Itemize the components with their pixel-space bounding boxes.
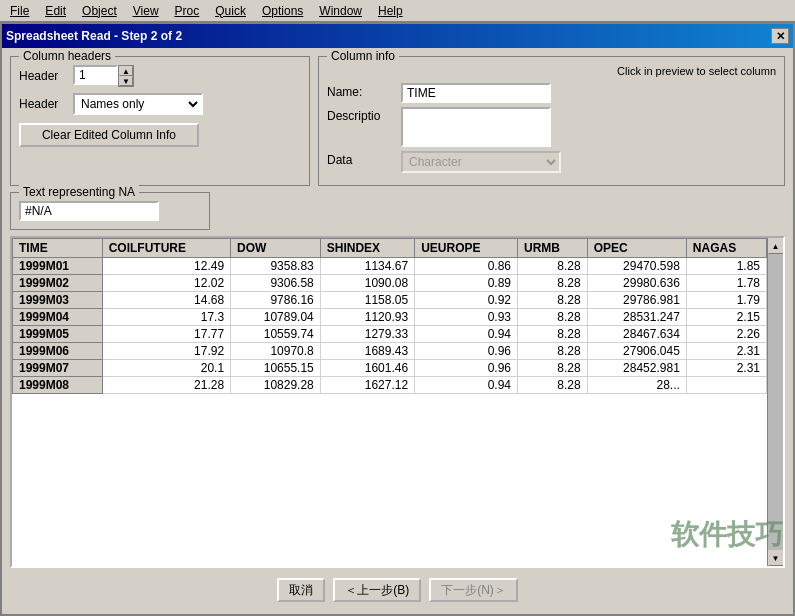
data-table: TIMECOILFUTUREDOWSHINDEXUEUROPEURMBOPECN…: [12, 238, 767, 394]
table-cell: 1689.43: [320, 343, 414, 360]
cancel-button[interactable]: 取消: [277, 578, 325, 602]
menu-file[interactable]: File: [4, 2, 35, 20]
table-cell: 28467.634: [587, 326, 686, 343]
table-cell: 0.93: [415, 309, 518, 326]
header1-label: Header: [19, 69, 69, 83]
table-col-header[interactable]: OPEC: [587, 239, 686, 258]
table-row: 1999M0617.9210970.81689.430.968.2827906.…: [13, 343, 767, 360]
table-cell: 8.28: [518, 309, 588, 326]
table-row: 1999M0314.689786.161158.050.928.2829786.…: [13, 292, 767, 309]
scroll-down-button[interactable]: ▼: [768, 550, 784, 566]
table-row: 1999M0720.110655.151601.460.968.2828452.…: [13, 360, 767, 377]
col-desc-row: Descriptio: [327, 107, 776, 147]
table-cell: 8.28: [518, 292, 588, 309]
header2-label: Header: [19, 97, 69, 111]
na-group: Text representing NA #N/A: [10, 192, 210, 230]
col-desc-label: Descriptio: [327, 107, 397, 123]
header1-up-arrow[interactable]: ▲: [119, 66, 133, 76]
table-scroll[interactable]: TIMECOILFUTUREDOWSHINDEXUEUROPEURMBOPECN…: [12, 238, 767, 566]
table-cell: 1999M03: [13, 292, 103, 309]
table-cell: 1158.05: [320, 292, 414, 309]
table-cell: 0.86: [415, 258, 518, 275]
table-col-header[interactable]: DOW: [231, 239, 321, 258]
header1-spin-arrows: ▲ ▼: [118, 65, 134, 87]
table-col-header[interactable]: TIME: [13, 239, 103, 258]
header2-row: Header Names only Names and descriptions: [19, 93, 301, 115]
menu-options[interactable]: Options: [256, 2, 309, 20]
table-cell: 1120.93: [320, 309, 414, 326]
table-cell: 10970.8: [231, 343, 321, 360]
table-cell: 1.78: [686, 275, 766, 292]
table-col-header[interactable]: COILFUTURE: [102, 239, 230, 258]
header1-spin-wrapper: 1 ▲ ▼: [73, 65, 134, 87]
close-button[interactable]: ✕: [771, 28, 789, 44]
table-cell: 0.94: [415, 326, 518, 343]
table-cell: 1999M05: [13, 326, 103, 343]
col-desc-textarea[interactable]: [401, 107, 551, 147]
menu-quick[interactable]: Quick: [209, 2, 252, 20]
table-cell: 8.28: [518, 377, 588, 394]
header1-input[interactable]: 1: [73, 65, 118, 85]
table-cell: 29470.598: [587, 258, 686, 275]
table-cell: 10559.74: [231, 326, 321, 343]
table-cell: 9358.83: [231, 258, 321, 275]
column-info-group: Column info Click in preview to select c…: [318, 56, 785, 186]
title-bar: Spreadsheet Read - Step 2 of 2 ✕: [2, 24, 793, 48]
header1-down-arrow[interactable]: ▼: [119, 76, 133, 86]
table-cell: 9786.16: [231, 292, 321, 309]
col-data-select[interactable]: Character Numeric Date: [401, 151, 561, 173]
table-cell: 1279.33: [320, 326, 414, 343]
menu-object[interactable]: Object: [76, 2, 123, 20]
col-info-title: Column info: [327, 49, 399, 63]
scroll-up-button[interactable]: ▲: [768, 238, 784, 254]
menu-help[interactable]: Help: [372, 2, 409, 20]
table-col-header[interactable]: SHINDEX: [320, 239, 414, 258]
table-cell: 28452.981: [587, 360, 686, 377]
na-title: Text representing NA: [19, 185, 139, 199]
header2-select[interactable]: Names only Names and descriptions: [73, 93, 203, 115]
table-cell: 1999M07: [13, 360, 103, 377]
na-input[interactable]: #N/A: [19, 201, 159, 221]
table-cell: 8.28: [518, 326, 588, 343]
clear-edited-col-info-button[interactable]: Clear Edited Column Info: [19, 123, 199, 147]
table-row: 1999M0517.7710559.741279.330.948.2828467…: [13, 326, 767, 343]
menu-window[interactable]: Window: [313, 2, 368, 20]
table-row: 1999M0212.029306.581090.080.898.2829980.…: [13, 275, 767, 292]
menu-proc[interactable]: Proc: [169, 2, 206, 20]
table-cell: 10829.28: [231, 377, 321, 394]
table-cell: 1601.46: [320, 360, 414, 377]
menu-view[interactable]: View: [127, 2, 165, 20]
table-cell: 1.79: [686, 292, 766, 309]
table-cell: 1.85: [686, 258, 766, 275]
prev-button[interactable]: ＜上一步(B): [333, 578, 421, 602]
vertical-scrollbar[interactable]: ▲ ▼: [767, 238, 783, 566]
table-cell: 0.92: [415, 292, 518, 309]
table-body: 1999M0112.499358.831134.670.868.2829470.…: [13, 258, 767, 394]
table-cell: 17.3: [102, 309, 230, 326]
menu-edit[interactable]: Edit: [39, 2, 72, 20]
table-cell: 9306.58: [231, 275, 321, 292]
table-cell: 27906.045: [587, 343, 686, 360]
table-cell: 2.31: [686, 343, 766, 360]
table-col-header[interactable]: NAGAS: [686, 239, 766, 258]
table-cell: 17.92: [102, 343, 230, 360]
table-cell: 28531.247: [587, 309, 686, 326]
sections-row: Column headers Header 1 ▲ ▼ Header Names: [10, 56, 785, 186]
table-row: 1999M0417.310789.041120.930.938.2828531.…: [13, 309, 767, 326]
header1-row: Header 1 ▲ ▼: [19, 65, 301, 87]
table-col-header[interactable]: UEUROPE: [415, 239, 518, 258]
next-button[interactable]: 下一步(N)＞: [429, 578, 518, 602]
table-header-row: TIMECOILFUTUREDOWSHINDEXUEUROPEURMBOPECN…: [13, 239, 767, 258]
col-data-label: Data: [327, 151, 397, 167]
col-data-row: Data Character Numeric Date: [327, 151, 776, 173]
table-cell: 1999M06: [13, 343, 103, 360]
col-name-input[interactable]: TIME: [401, 83, 551, 103]
table-cell: 8.28: [518, 360, 588, 377]
table-cell: 12.49: [102, 258, 230, 275]
table-cell: 2.15: [686, 309, 766, 326]
col-headers-title: Column headers: [19, 49, 115, 63]
table-cell: 1999M08: [13, 377, 103, 394]
table-cell: [686, 377, 766, 394]
column-headers-group: Column headers Header 1 ▲ ▼ Header Names: [10, 56, 310, 186]
table-col-header[interactable]: URMB: [518, 239, 588, 258]
